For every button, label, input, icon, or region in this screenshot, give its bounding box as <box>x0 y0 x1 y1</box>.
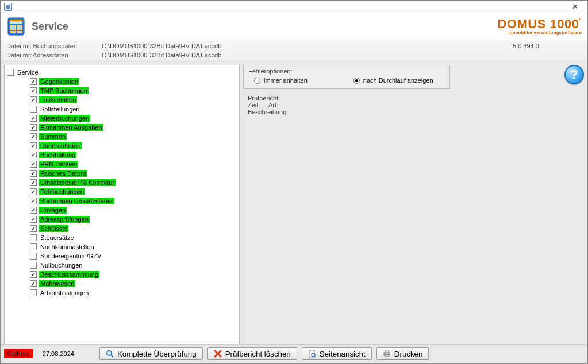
tree-panel[interactable]: Service GegenkontenTMP BuchungenLastschr… <box>4 65 240 344</box>
checkbox-icon[interactable] <box>30 262 37 269</box>
help-icon: ? <box>564 65 584 84</box>
svg-rect-8 <box>13 28 16 30</box>
buchungsdaten-path: C:\DOMUS1000-32Bit Data\HV-DAT.accdb <box>102 42 509 49</box>
checkbox-icon[interactable] <box>30 106 37 113</box>
checkbox-icon[interactable] <box>30 253 37 260</box>
checkbox-icon[interactable] <box>30 188 37 195</box>
tree-item[interactable]: Summen <box>30 132 237 141</box>
checkbox-icon[interactable] <box>30 124 37 131</box>
tree-item[interactable]: Buchhaltung <box>30 150 237 160</box>
tree-item-label: TMP Buchungen <box>39 87 89 94</box>
app-mini-icon <box>4 3 12 11</box>
tree-item[interactable]: Nullbuchungen <box>30 261 237 270</box>
tree-item-label: Summen <box>39 133 67 140</box>
tree-item[interactable]: Mieterbuchungen <box>30 114 237 123</box>
svg-rect-13 <box>17 31 20 33</box>
tree-item-label: Sollstellungen <box>39 106 81 113</box>
stichtag-label: Stichtag: <box>4 349 33 358</box>
checkbox-icon[interactable] <box>30 78 37 85</box>
tree-item[interactable]: Einnahmen Ausgaben <box>30 123 237 132</box>
tree-item-label: Schlüssel <box>39 225 68 232</box>
tree-item-label: Falsches Datum <box>39 170 87 177</box>
tree-item[interactable]: Gegenkonten <box>30 77 237 86</box>
checkbox-icon[interactable] <box>30 207 37 214</box>
checkbox-icon[interactable] <box>30 133 37 140</box>
tree-item-label: PRN Dateien <box>39 161 78 168</box>
checkbox-icon[interactable] <box>30 161 37 168</box>
tree-item[interactable]: Falsches Datum <box>30 169 237 178</box>
report-info: Prüfbericht: Zeit: Art: Beschreibung: <box>243 92 584 118</box>
page-title: Service <box>32 21 68 33</box>
help-button[interactable]: ? <box>564 65 584 84</box>
checkbox-icon[interactable] <box>30 271 37 278</box>
checkbox-icon[interactable] <box>30 179 37 186</box>
checkbox-icon[interactable] <box>30 87 37 94</box>
tree-item-label: Beschlusssammlung <box>39 271 99 278</box>
tree-item[interactable]: Sondereigentum/GZV <box>30 251 237 261</box>
tree-item[interactable]: Beschlusssammlung <box>30 270 237 279</box>
tree-item-label: Sondereigentum/GZV <box>39 253 102 260</box>
svg-rect-6 <box>20 25 22 28</box>
tree-root-node[interactable]: Service <box>7 68 237 77</box>
bottom-toolbar: Stichtag: 27.08.2024 Komplette Überprüfu… <box>1 344 587 363</box>
tree-item[interactable]: Schlüssel <box>30 224 237 233</box>
tree-item[interactable]: Buchungen Umsatzsteuer <box>30 196 237 206</box>
tree-item[interactable]: Umsatzsteuer % Korrektur <box>30 178 237 187</box>
tree-item[interactable]: TMP Buchungen <box>30 86 237 95</box>
tree-item-label: Lastschriften <box>39 96 77 103</box>
buchungsdaten-label: Datei mit Buchungsdaten <box>6 42 98 49</box>
tree-item-label: Mahnwesen <box>39 280 75 287</box>
svg-rect-14 <box>20 31 22 33</box>
tree-item-label: Gegenkonten <box>39 78 79 85</box>
radio-nach-durchlauf[interactable]: nach Durchlauf anzeigen <box>353 77 433 84</box>
btn-komplette-ueberpruefung[interactable]: Komplette Überprüfung <box>99 347 203 360</box>
main-body: Service GegenkontenTMP BuchungenLastschr… <box>1 61 587 344</box>
svg-line-16 <box>111 355 113 357</box>
tree-item[interactable]: Sollstellungen <box>30 104 237 114</box>
checkbox-icon[interactable] <box>30 198 37 204</box>
tree-item-label: Daueraufträge <box>39 142 82 149</box>
tree-item[interactable]: Arbeitsleistungen <box>30 288 237 297</box>
checkbox-icon[interactable] <box>30 142 37 149</box>
meta-info: Datei mit Buchungsdaten C:\DOMUS1000-32B… <box>1 40 587 61</box>
svg-rect-11 <box>10 31 13 33</box>
tree-item[interactable]: Mahnwesen <box>30 279 237 288</box>
tree-item[interactable]: Lastschriften <box>30 95 237 104</box>
tree-item[interactable]: Umlagen <box>30 206 237 215</box>
tree-item[interactable]: Nachkommastellen <box>30 242 237 251</box>
btn-pruefbericht-loeschen[interactable]: Prüfbericht löschen <box>207 347 297 360</box>
checkbox-icon[interactable] <box>30 96 37 103</box>
checkbox-icon[interactable] <box>30 216 37 223</box>
svg-rect-21 <box>385 351 389 353</box>
tree-item-label: Steuersätze <box>39 234 75 241</box>
tree-item-label: Umsatzsteuer % Korrektur <box>39 179 116 186</box>
magnifier-icon <box>106 350 114 358</box>
tree-item-label: Mieterbuchungen <box>39 115 90 122</box>
tree-item[interactable]: PRN Dateien <box>30 160 237 169</box>
radio-immer-anhalten[interactable]: immer anhalten <box>254 77 308 84</box>
page-preview-icon <box>308 350 316 358</box>
checkbox-icon[interactable] <box>30 280 37 287</box>
tree-item[interactable]: Steuersätze <box>30 233 237 242</box>
checkbox-icon[interactable] <box>30 225 37 232</box>
btn-drucken[interactable]: Drucken <box>376 347 429 360</box>
tree-item[interactable]: Adressprüfungen <box>30 215 237 224</box>
app-window: ✕ Service DOMUS 1000° Immobil <box>0 0 588 364</box>
checkbox-icon[interactable] <box>30 170 37 177</box>
tree-item-label: Fehlbuchungen <box>39 188 85 195</box>
tree-item[interactable]: Fehlbuchungen <box>30 187 237 196</box>
report-title: Prüfbericht: <box>248 95 579 102</box>
svg-rect-5 <box>17 25 20 28</box>
checkbox-icon[interactable] <box>30 243 37 250</box>
svg-rect-9 <box>17 28 20 30</box>
checkbox-icon[interactable] <box>30 115 37 122</box>
checkbox-icon[interactable] <box>30 289 37 296</box>
btn-seitenansicht[interactable]: Seitenansicht <box>302 347 372 360</box>
tree-item[interactable]: Daueraufträge <box>30 141 237 150</box>
checkbox-icon[interactable] <box>30 152 37 158</box>
window-close-button[interactable]: ✕ <box>566 2 584 12</box>
checkbox-icon[interactable] <box>30 234 37 241</box>
radio-icon <box>353 78 360 84</box>
checkbox-icon[interactable] <box>7 69 14 76</box>
svg-rect-12 <box>13 31 16 33</box>
